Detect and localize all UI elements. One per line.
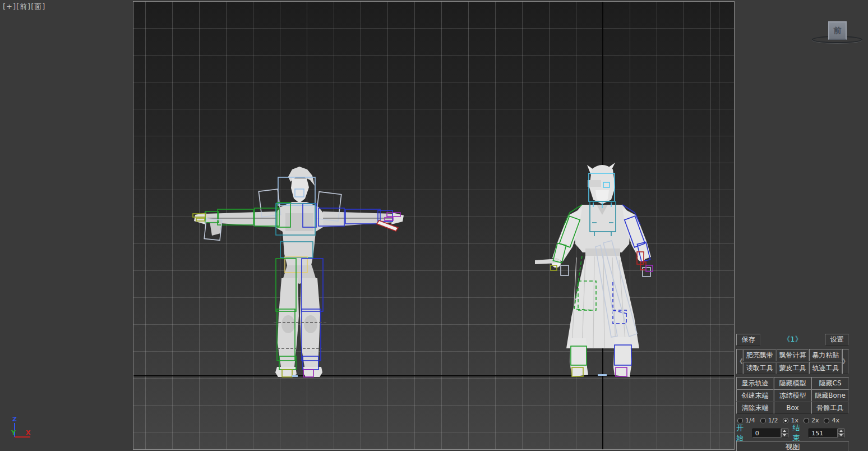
radio-dot[interactable] bbox=[737, 418, 743, 424]
radio-dot[interactable] bbox=[804, 418, 809, 424]
settings-button[interactable]: 设置 bbox=[825, 334, 849, 346]
radio-label: 4x bbox=[832, 417, 839, 424]
view-button[interactable]: 视图 bbox=[736, 441, 849, 451]
end-label: 结束 bbox=[793, 423, 807, 443]
viewport-menu-general[interactable]: [+] bbox=[3, 2, 16, 11]
viewcube[interactable]: 前 bbox=[810, 17, 866, 50]
viewport-menu-pov[interactable]: [前] bbox=[16, 2, 31, 11]
start-frame-input[interactable]: 0 bbox=[752, 429, 782, 438]
hide-bone-button[interactable]: 隐藏Bone bbox=[811, 389, 849, 402]
pager-prev-button[interactable]: 《 bbox=[736, 349, 743, 374]
show-track-button[interactable]: 显示轨迹 bbox=[736, 377, 774, 389]
radio-4x[interactable]: 4x bbox=[824, 417, 839, 424]
create-end-button[interactable]: 创建末端 bbox=[736, 389, 774, 402]
start-frame-spinner[interactable] bbox=[781, 429, 788, 438]
tool-button-ribbon-calc[interactable]: 飘带计算 bbox=[777, 349, 809, 361]
tool-grid: 肥亮飘带 飘带计算 暴力粘贴 读取工具 蒙皮工具 轨迹工具 bbox=[743, 349, 842, 374]
end-frame-spinner[interactable] bbox=[838, 429, 844, 438]
tool-button-ribbon-fat[interactable]: 肥亮飘带 bbox=[744, 349, 776, 361]
tool-button-force-paste[interactable]: 暴力粘贴 bbox=[809, 349, 842, 361]
axis-y-label: Y bbox=[11, 429, 16, 436]
tool-button-skin-tool[interactable]: 蒙皮工具 bbox=[777, 362, 809, 374]
character-model-left[interactable] bbox=[193, 167, 404, 377]
scene-content bbox=[133, 2, 734, 449]
viewport-front[interactable] bbox=[133, 1, 735, 450]
viewcube-front-face[interactable]: 前 bbox=[828, 21, 847, 40]
start-label: 开始 bbox=[736, 423, 750, 443]
viewport-menu-shading[interactable]: [面] bbox=[31, 2, 45, 11]
frame-range-row: 开始 0 结束 151 bbox=[736, 428, 849, 438]
pager-next-button[interactable]: 》 bbox=[842, 349, 849, 374]
bone-tool-button[interactable]: 骨骼工具 bbox=[811, 402, 849, 414]
box-button[interactable]: Box bbox=[774, 402, 811, 414]
radio-half[interactable]: 1/2 bbox=[760, 417, 778, 424]
tool-button-track-tool[interactable]: 轨迹工具 bbox=[809, 362, 842, 374]
radio-dot[interactable] bbox=[824, 418, 829, 424]
axis-z-label: Z bbox=[12, 416, 17, 423]
radio-label: 1/2 bbox=[768, 417, 778, 424]
viewport-label: [+][前][面] bbox=[3, 2, 45, 12]
rigging-tool-panel: 保存 《1》 设置 《 肥亮飘带 飘带计算 暴力粘贴 读取工具 蒙皮工具 轨迹工… bbox=[736, 333, 849, 451]
radio-2x[interactable]: 2x bbox=[804, 417, 819, 424]
page-indicator: 《1》 bbox=[760, 334, 825, 344]
spinner-down-icon[interactable] bbox=[838, 433, 844, 438]
hide-cs-button[interactable]: 隐藏CS bbox=[811, 377, 849, 389]
radio-dot[interactable] bbox=[783, 418, 788, 424]
tool-button-read-tool[interactable]: 读取工具 bbox=[744, 362, 776, 374]
spinner-up-icon[interactable] bbox=[781, 429, 788, 433]
action-grid: 显示轨迹 隐藏模型 隐藏CS 创建末端 冻结模型 隐藏Bone 清除末端 Box… bbox=[736, 377, 849, 414]
radio-label: 2x bbox=[811, 417, 819, 424]
hide-model-button[interactable]: 隐藏模型 bbox=[774, 377, 811, 389]
radio-dot[interactable] bbox=[760, 418, 766, 424]
viewcube-face-label: 前 bbox=[834, 26, 842, 36]
character-model-right[interactable] bbox=[535, 163, 653, 377]
spinner-down-icon[interactable] bbox=[781, 433, 788, 438]
world-axis-tripod: Z Y X bbox=[9, 414, 48, 443]
save-button[interactable]: 保存 bbox=[736, 334, 760, 346]
tool-pager: 《 肥亮飘带 飘带计算 暴力粘贴 读取工具 蒙皮工具 轨迹工具 》 bbox=[736, 349, 849, 374]
app-window: { "viewport": { "label_plus": "[+]", "la… bbox=[0, 0, 868, 451]
panel-header-row: 保存 《1》 设置 bbox=[736, 333, 849, 346]
freeze-model-button[interactable]: 冻结模型 bbox=[774, 389, 811, 402]
spinner-up-icon[interactable] bbox=[838, 429, 844, 433]
clear-end-button[interactable]: 清除末端 bbox=[736, 402, 774, 414]
axis-x-label: X bbox=[26, 429, 31, 436]
end-frame-input[interactable]: 151 bbox=[809, 429, 838, 438]
